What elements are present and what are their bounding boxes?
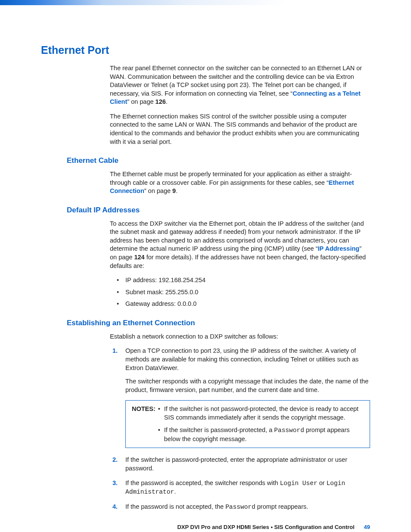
mono-text: Password <box>274 427 304 434</box>
text: . <box>176 187 177 194</box>
list-item: IP address: 192.168.254.254 <box>110 276 370 285</box>
establish-block: Establish a network connection to a DXP … <box>110 333 370 511</box>
text: . <box>174 488 176 495</box>
step-text: If the switcher is password-protected, e… <box>125 456 347 472</box>
mono-text: Password <box>225 504 255 510</box>
list-item: Gateway address: 0.0.0.0 <box>110 300 370 308</box>
notes-items: If the switcher is not password-protecte… <box>158 405 364 443</box>
note-item: If the switcher is password-protected, a… <box>158 426 364 443</box>
text: . <box>166 98 168 105</box>
heading-default-ip: Default IP Addresses <box>67 206 370 215</box>
cable-paragraph: The Ethernet cable must be properly term… <box>110 170 370 196</box>
text: If the switcher is password-protected, a <box>164 426 274 433</box>
page-ref: 124 <box>134 254 144 261</box>
establish-intro: Establish a network connection to a DXP … <box>110 333 370 341</box>
notes-box: NOTES: If the switcher is not password-p… <box>125 400 370 448</box>
intro-paragraph-2: The Ethernet connection makes SIS contro… <box>110 112 370 146</box>
content-area: Ethernet Port The rear panel Ethernet co… <box>0 44 411 511</box>
footer-doc-title: DXP DVI Pro and DXP HDMI Series • SIS Co… <box>177 524 354 530</box>
notes-row: NOTES: If the switcher is not password-p… <box>132 405 364 443</box>
step-3: 3. If the password is accepted, the swit… <box>110 479 370 497</box>
text: ” on page <box>127 98 155 105</box>
intro-block: The rear panel Ethernet connector on the… <box>110 64 370 146</box>
step-number: 4. <box>112 503 118 511</box>
text: If the password is not accepted, the <box>125 503 225 510</box>
list-item: Subnet mask: 255.255.0.0 <box>110 288 370 297</box>
step-number: 2. <box>112 456 118 464</box>
step-number: 3. <box>112 479 118 488</box>
steps-list: 1. Open a TCP connection to port 23, usi… <box>110 347 370 511</box>
link-ip-addressing[interactable]: IP Addressing <box>318 245 359 252</box>
header-accent-bar <box>0 0 411 5</box>
step-1: 1. Open a TCP connection to port 23, usi… <box>110 347 370 448</box>
text: ” on page <box>144 187 172 194</box>
heading-establish-connection: Establishing an Ethernet Connection <box>67 319 370 327</box>
intro-paragraph-1: The rear panel Ethernet connector on the… <box>110 64 370 106</box>
text: The Ethernet cable must be properly term… <box>110 171 352 186</box>
text: prompt reappears. <box>255 503 308 510</box>
footer-page-number: 49 <box>364 524 370 530</box>
page-ref: 9 <box>172 187 176 194</box>
text: or <box>318 479 327 486</box>
section-title: Ethernet Port <box>41 44 370 56</box>
step-1-extra: The switcher responds with a copyright m… <box>125 377 370 394</box>
ip-paragraph: To access the DXP switcher via the Ether… <box>110 220 370 270</box>
ip-defaults-list: IP address: 192.168.254.254 Subnet mask:… <box>110 276 370 308</box>
notes-label: NOTES: <box>132 405 158 414</box>
page-footer: DXP DVI Pro and DXP HDMI Series • SIS Co… <box>177 524 370 530</box>
step-text: Open a TCP connection to port 23, using … <box>125 347 358 371</box>
text: If the password is accepted, the switche… <box>125 479 280 486</box>
step-4: 4. If the password is not accepted, the … <box>110 503 370 512</box>
heading-ethernet-cable: Ethernet Cable <box>67 156 370 165</box>
ip-block: To access the DXP switcher via the Ether… <box>110 220 370 308</box>
page: Ethernet Port The rear panel Ethernet co… <box>0 0 411 532</box>
mono-text: Login User <box>280 480 318 487</box>
step-2: 2. If the switcher is password-protected… <box>110 456 370 473</box>
step-number: 1. <box>112 347 118 355</box>
note-item: If the switcher is not password-protecte… <box>158 405 364 422</box>
cable-block: The Ethernet cable must be properly term… <box>110 170 370 196</box>
page-ref: 126 <box>156 98 166 105</box>
text: for more details). If the addresses have… <box>110 254 366 269</box>
